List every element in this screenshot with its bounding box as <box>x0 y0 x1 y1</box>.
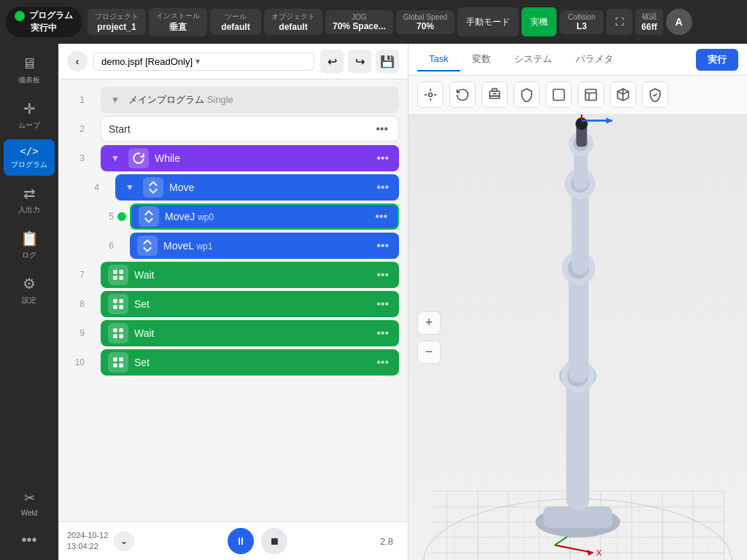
svg-rect-2 <box>113 276 117 280</box>
run-button[interactable]: 実行 <box>696 49 738 71</box>
sidebar-item-dashboard[interactable]: 🖥 儀表板 <box>4 50 55 91</box>
more-button[interactable]: ••• <box>374 181 392 194</box>
list-item[interactable]: Set ••• <box>101 349 399 376</box>
while-icon <box>128 148 149 168</box>
save-button[interactable]: 💾 <box>376 50 399 73</box>
program-status[interactable]: プログラム 実行中 <box>6 7 82 37</box>
move-icon: ✛ <box>23 100 36 117</box>
list-item[interactable]: ▼ Move ••• <box>115 174 399 201</box>
manual-mode-button[interactable]: 手動モード <box>457 7 519 36</box>
robot-view-button[interactable] <box>481 82 508 108</box>
zoom-out-button[interactable]: − <box>417 341 441 364</box>
list-item[interactable]: ▼ While ••• <box>101 145 399 171</box>
table-row: 10 Set ••• <box>64 348 402 377</box>
more-button[interactable]: ••• <box>374 239 392 252</box>
list-item[interactable]: MoveJ wp0 ••• <box>130 203 399 230</box>
svg-line-26 <box>654 93 657 96</box>
io-icon: ⇄ <box>23 184 36 202</box>
pause-button[interactable]: ⏸ <box>228 528 254 554</box>
real-mode-button[interactable]: 実機 <box>522 7 557 36</box>
more-button[interactable]: ••• <box>374 327 392 340</box>
table-row: 3 ▼ While ••• <box>64 144 402 173</box>
table-row: 5 MoveJ wp0 ••• <box>93 202 402 231</box>
weld-icon: ✂ <box>24 490 35 506</box>
shield-button[interactable] <box>514 82 540 108</box>
stop-button[interactable]: ⏹ <box>261 528 287 554</box>
sidebar-item-settings[interactable]: ⚙ 設定 <box>4 269 55 311</box>
table-row: 7 Wait ••• <box>64 260 402 289</box>
more-button[interactable]: ••• <box>374 298 392 311</box>
reset-button[interactable] <box>449 82 476 108</box>
sidebar-item-program[interactable]: </> プログラム <box>4 139 55 176</box>
redo-button[interactable]: ↪ <box>348 50 371 73</box>
collision-value: L3 <box>576 21 587 31</box>
sidebar-item-move[interactable]: ✛ ムーブ <box>4 94 55 136</box>
sidebar-item-weld[interactable]: ✂ Weld <box>4 484 55 523</box>
avatar-button[interactable]: A <box>666 9 692 35</box>
project-section[interactable]: プロジェクト project_1 <box>88 9 146 35</box>
undo-button[interactable]: ↩ <box>320 50 344 73</box>
svg-rect-51 <box>566 376 589 511</box>
global-speed-section[interactable]: Global Speed 70% <box>396 10 455 34</box>
movel-icon <box>137 236 158 256</box>
file-dropdown[interactable]: demo.jspf [ReadOnly] ▾ <box>93 52 314 71</box>
svg-rect-6 <box>113 306 117 309</box>
object-section[interactable]: オブジェクト default <box>264 9 322 35</box>
install-section[interactable]: インストール 垂直 <box>149 8 207 36</box>
fullscreen-button[interactable]: ⛶ <box>606 9 632 35</box>
version-label: 2.8 <box>380 536 393 547</box>
more-icon: ••• <box>21 532 36 548</box>
list-item: ▼ メインプログラム Single <box>101 87 399 113</box>
tab-params[interactable]: パラメタ <box>564 47 625 73</box>
list-item[interactable]: Wait ••• <box>101 262 399 288</box>
shield2-button[interactable] <box>642 82 668 108</box>
box1-button[interactable] <box>546 82 572 108</box>
set-icon <box>108 352 128 373</box>
more-button[interactable]: ••• <box>373 122 391 136</box>
more-button[interactable]: ••• <box>372 210 390 223</box>
expand-icon[interactable]: ▼ <box>108 93 123 107</box>
tab-variables[interactable]: 変数 <box>460 47 503 73</box>
jog-section[interactable]: JOG 70% Space... <box>325 10 393 34</box>
move-block-icon <box>143 177 163 198</box>
install-label: インストール <box>156 11 200 21</box>
coordinate-button[interactable] <box>417 82 444 108</box>
svg-marker-67 <box>606 117 612 123</box>
sidebar-item-log[interactable]: 📋 ログ <box>4 224 55 266</box>
sidebar-item-io[interactable]: ⇄ 入出力 <box>4 179 55 221</box>
svg-rect-13 <box>120 357 123 361</box>
list-item[interactable]: MoveL wp1 ••• <box>130 233 399 259</box>
global-speed-value: 70% <box>417 21 434 31</box>
scroll-down-button[interactable]: ⌄ <box>114 531 134 551</box>
tool-section[interactable]: ツール default <box>210 9 261 35</box>
right-toolbar <box>409 76 747 114</box>
box2-button[interactable] <box>578 82 604 108</box>
status-dot <box>15 11 25 21</box>
sidebar-item-more[interactable]: ••• <box>4 526 55 554</box>
confirm-value: 66ff <box>641 22 657 32</box>
tab-task[interactable]: Task <box>417 47 460 71</box>
more-button[interactable]: ••• <box>374 356 392 369</box>
zoom-controls: + − <box>417 311 441 364</box>
list-item[interactable]: Set ••• <box>101 291 399 317</box>
confirm-section[interactable]: 確認 66ff <box>635 9 662 35</box>
box3-button[interactable] <box>610 82 636 108</box>
collision-section[interactable]: Collision L3 <box>560 10 603 34</box>
list-item[interactable]: Start ••• <box>101 116 399 142</box>
back-button[interactable]: ‹ <box>67 51 88 71</box>
more-button[interactable]: ••• <box>374 152 392 165</box>
movej-icon <box>139 206 159 227</box>
svg-rect-7 <box>120 306 123 309</box>
svg-text:X: X <box>596 548 602 557</box>
expand-icon[interactable]: ▼ <box>123 180 137 195</box>
jog-label: JOG <box>352 13 367 21</box>
more-button[interactable]: ••• <box>374 268 392 281</box>
tab-system[interactable]: システム <box>503 47 564 73</box>
svg-rect-15 <box>120 364 123 368</box>
expand-icon[interactable]: ▼ <box>108 151 123 166</box>
program-header: ‹ demo.jspf [ReadOnly] ▾ ↩ ↪ 💾 <box>58 44 408 79</box>
collision-label: Collision <box>568 13 595 21</box>
list-item[interactable]: Wait ••• <box>101 320 399 346</box>
zoom-in-button[interactable]: + <box>417 311 441 335</box>
install-value: 垂直 <box>169 21 187 34</box>
